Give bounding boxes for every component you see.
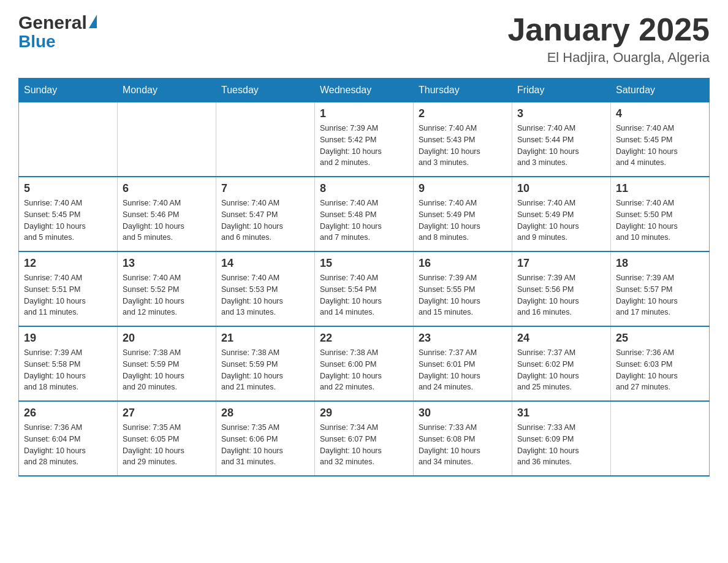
day-number: 23 (419, 332, 507, 345)
logo-triangle-icon (89, 15, 97, 28)
calendar-week-row: 26Sunrise: 7:36 AM Sunset: 6:04 PM Dayli… (19, 401, 710, 476)
col-friday: Friday (512, 79, 611, 102)
table-row: 15Sunrise: 7:40 AM Sunset: 5:54 PM Dayli… (315, 251, 414, 326)
day-number: 12 (24, 257, 112, 270)
day-number: 28 (221, 407, 309, 419)
col-tuesday: Tuesday (216, 79, 315, 102)
day-info: Sunrise: 7:35 AM Sunset: 6:05 PM Dayligh… (123, 422, 211, 468)
day-number: 9 (419, 182, 507, 195)
day-number: 5 (24, 182, 112, 195)
table-row: 11Sunrise: 7:40 AM Sunset: 5:50 PM Dayli… (611, 177, 710, 251)
day-info: Sunrise: 7:37 AM Sunset: 6:02 PM Dayligh… (517, 347, 605, 393)
table-row: 1Sunrise: 7:39 AM Sunset: 5:42 PM Daylig… (315, 102, 414, 177)
day-number: 11 (616, 182, 704, 195)
logo-general-text: General (18, 12, 87, 33)
day-info: Sunrise: 7:39 AM Sunset: 5:42 PM Dayligh… (320, 123, 408, 169)
day-number: 1 (320, 107, 408, 120)
day-number: 4 (616, 107, 704, 120)
table-row: 5Sunrise: 7:40 AM Sunset: 5:45 PM Daylig… (19, 177, 118, 251)
table-row: 23Sunrise: 7:37 AM Sunset: 6:01 PM Dayli… (414, 326, 512, 401)
table-row: 4Sunrise: 7:40 AM Sunset: 5:45 PM Daylig… (611, 102, 710, 177)
table-row: 19Sunrise: 7:39 AM Sunset: 5:58 PM Dayli… (19, 326, 118, 401)
day-number: 8 (320, 182, 408, 195)
table-row: 29Sunrise: 7:34 AM Sunset: 6:07 PM Dayli… (315, 401, 414, 476)
day-number: 10 (517, 182, 605, 195)
title-area: January 2025 El Hadjira, Ouargla, Algeri… (507, 12, 710, 66)
day-info: Sunrise: 7:40 AM Sunset: 5:54 PM Dayligh… (320, 272, 408, 318)
table-row: 10Sunrise: 7:40 AM Sunset: 5:49 PM Dayli… (512, 177, 611, 251)
day-number: 26 (24, 407, 112, 419)
table-row: 28Sunrise: 7:35 AM Sunset: 6:06 PM Dayli… (216, 401, 315, 476)
location-title: El Hadjira, Ouargla, Algeria (507, 50, 710, 66)
day-number: 30 (419, 407, 507, 419)
day-number: 15 (320, 257, 408, 270)
day-info: Sunrise: 7:33 AM Sunset: 6:09 PM Dayligh… (517, 422, 605, 468)
logo: General Blue (18, 12, 97, 50)
table-row: 25Sunrise: 7:36 AM Sunset: 6:03 PM Dayli… (611, 326, 710, 401)
page-header: General Blue January 2025 El Hadjira, Ou… (18, 12, 710, 66)
day-number: 16 (419, 257, 507, 270)
table-row: 17Sunrise: 7:39 AM Sunset: 5:56 PM Dayli… (512, 251, 611, 326)
day-number: 27 (123, 407, 211, 419)
day-info: Sunrise: 7:40 AM Sunset: 5:46 PM Dayligh… (123, 197, 211, 243)
calendar-header-row: Sunday Monday Tuesday Wednesday Thursday… (19, 79, 710, 102)
table-row: 12Sunrise: 7:40 AM Sunset: 5:51 PM Dayli… (19, 251, 118, 326)
day-info: Sunrise: 7:40 AM Sunset: 5:47 PM Dayligh… (221, 197, 309, 243)
table-row (611, 401, 710, 476)
table-row: 26Sunrise: 7:36 AM Sunset: 6:04 PM Dayli… (19, 401, 118, 476)
day-info: Sunrise: 7:40 AM Sunset: 5:48 PM Dayligh… (320, 197, 408, 243)
day-number: 22 (320, 332, 408, 345)
day-info: Sunrise: 7:33 AM Sunset: 6:08 PM Dayligh… (419, 422, 507, 468)
table-row: 3Sunrise: 7:40 AM Sunset: 5:44 PM Daylig… (512, 102, 611, 177)
table-row: 16Sunrise: 7:39 AM Sunset: 5:55 PM Dayli… (414, 251, 512, 326)
col-thursday: Thursday (414, 79, 512, 102)
day-info: Sunrise: 7:39 AM Sunset: 5:58 PM Dayligh… (24, 347, 112, 393)
day-number: 7 (221, 182, 309, 195)
table-row: 13Sunrise: 7:40 AM Sunset: 5:52 PM Dayli… (118, 251, 216, 326)
day-number: 18 (616, 257, 704, 270)
day-info: Sunrise: 7:39 AM Sunset: 5:56 PM Dayligh… (517, 272, 605, 318)
day-info: Sunrise: 7:40 AM Sunset: 5:52 PM Dayligh… (123, 272, 211, 318)
day-info: Sunrise: 7:38 AM Sunset: 6:00 PM Dayligh… (320, 347, 408, 393)
col-monday: Monday (118, 79, 216, 102)
day-info: Sunrise: 7:39 AM Sunset: 5:57 PM Dayligh… (616, 272, 704, 318)
day-number: 2 (419, 107, 507, 120)
day-info: Sunrise: 7:37 AM Sunset: 6:01 PM Dayligh… (419, 347, 507, 393)
day-info: Sunrise: 7:36 AM Sunset: 6:03 PM Dayligh… (616, 347, 704, 393)
month-title: January 2025 (507, 12, 710, 47)
table-row (118, 102, 216, 177)
day-number: 29 (320, 407, 408, 419)
table-row: 7Sunrise: 7:40 AM Sunset: 5:47 PM Daylig… (216, 177, 315, 251)
table-row (19, 102, 118, 177)
col-sunday: Sunday (19, 79, 118, 102)
day-number: 21 (221, 332, 309, 345)
day-info: Sunrise: 7:40 AM Sunset: 5:49 PM Dayligh… (517, 197, 605, 243)
table-row: 30Sunrise: 7:33 AM Sunset: 6:08 PM Dayli… (414, 401, 512, 476)
day-info: Sunrise: 7:40 AM Sunset: 5:53 PM Dayligh… (221, 272, 309, 318)
calendar-week-row: 1Sunrise: 7:39 AM Sunset: 5:42 PM Daylig… (19, 102, 710, 177)
table-row (216, 102, 315, 177)
day-info: Sunrise: 7:40 AM Sunset: 5:43 PM Dayligh… (419, 123, 507, 169)
day-number: 17 (517, 257, 605, 270)
day-number: 6 (123, 182, 211, 195)
table-row: 20Sunrise: 7:38 AM Sunset: 5:59 PM Dayli… (118, 326, 216, 401)
day-info: Sunrise: 7:38 AM Sunset: 5:59 PM Dayligh… (221, 347, 309, 393)
day-number: 25 (616, 332, 704, 345)
table-row: 6Sunrise: 7:40 AM Sunset: 5:46 PM Daylig… (118, 177, 216, 251)
table-row: 14Sunrise: 7:40 AM Sunset: 5:53 PM Dayli… (216, 251, 315, 326)
table-row: 21Sunrise: 7:38 AM Sunset: 5:59 PM Dayli… (216, 326, 315, 401)
table-row: 2Sunrise: 7:40 AM Sunset: 5:43 PM Daylig… (414, 102, 512, 177)
day-number: 14 (221, 257, 309, 270)
table-row: 9Sunrise: 7:40 AM Sunset: 5:49 PM Daylig… (414, 177, 512, 251)
calendar-week-row: 5Sunrise: 7:40 AM Sunset: 5:45 PM Daylig… (19, 177, 710, 251)
day-info: Sunrise: 7:40 AM Sunset: 5:45 PM Dayligh… (24, 197, 112, 243)
day-number: 3 (517, 107, 605, 120)
day-info: Sunrise: 7:36 AM Sunset: 6:04 PM Dayligh… (24, 422, 112, 468)
calendar-week-row: 12Sunrise: 7:40 AM Sunset: 5:51 PM Dayli… (19, 251, 710, 326)
table-row: 18Sunrise: 7:39 AM Sunset: 5:57 PM Dayli… (611, 251, 710, 326)
day-number: 19 (24, 332, 112, 345)
table-row: 27Sunrise: 7:35 AM Sunset: 6:05 PM Dayli… (118, 401, 216, 476)
day-info: Sunrise: 7:38 AM Sunset: 5:59 PM Dayligh… (123, 347, 211, 393)
calendar-table: Sunday Monday Tuesday Wednesday Thursday… (18, 78, 710, 477)
col-saturday: Saturday (611, 79, 710, 102)
